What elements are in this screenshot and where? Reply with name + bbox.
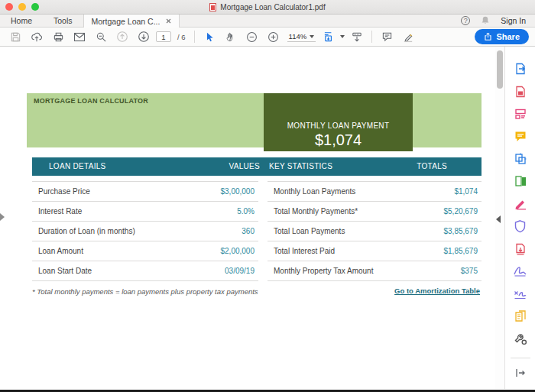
cloud-upload-icon[interactable] <box>28 29 46 44</box>
highlighter-icon[interactable] <box>399 29 417 44</box>
table-row: Duration of Loan (in months) 360 <box>32 222 258 241</box>
calculator-banner: MORTGAGE LOAN CALCULATOR <box>27 93 481 147</box>
share-button-label: Share <box>496 32 520 41</box>
totals-header: TOTALS <box>384 162 447 170</box>
monthly-payment-label: MONTHLY LOAN PAYMENT <box>264 121 413 130</box>
monthly-payment-box: MONTHLY LOAN PAYMENT $1,074 <box>264 93 413 151</box>
page-fit-icon[interactable] <box>320 29 339 44</box>
app-window: Mortgage Loan Calculator1.pdf Home Tools… <box>0 0 535 392</box>
row-value: 03/09/19 <box>225 267 255 275</box>
row-label: Monthly Loan Payments <box>274 187 355 196</box>
table-row: Monthly Loan Payments $1,074 <box>268 182 481 202</box>
sidebar-divider <box>511 358 530 358</box>
page-fit-chevron-icon[interactable] <box>340 35 345 38</box>
next-page-icon[interactable] <box>135 29 153 44</box>
table-row: Loan Amount $2,00,000 <box>32 241 258 261</box>
calculator-title: MORTGAGE LOAN CALCULATOR <box>34 97 148 105</box>
row-value: $5,20,679 <box>444 207 478 215</box>
sidebar-tool-edit-pdf-icon[interactable] <box>509 105 532 122</box>
tab-document-label: Mortgage Loan C... <box>92 17 160 26</box>
row-value: $1,85,679 <box>444 247 478 255</box>
row-label: Purchase Price <box>38 187 90 196</box>
zoom-window-button[interactable] <box>31 3 39 11</box>
sidebar-tool-organize-pages-icon[interactable] <box>509 173 532 190</box>
loan-details-table: Purchase Price $3,00,000 Interest Rate 5… <box>32 181 258 281</box>
sidebar-tool-compress-pdf-icon[interactable] <box>509 241 532 258</box>
row-label: Interest Rate <box>38 207 82 215</box>
email-icon[interactable] <box>70 29 89 44</box>
row-value: $3,85,679 <box>444 227 478 235</box>
tools-sidebar <box>504 47 535 389</box>
close-window-button[interactable] <box>5 3 13 11</box>
row-value: $1,074 <box>454 187 478 196</box>
sign-in-button[interactable]: Sign In <box>501 16 526 25</box>
sidebar-tool-fill-sign-icon[interactable] <box>509 196 532 212</box>
select-tool-icon[interactable] <box>200 29 219 44</box>
values-header: VALUES <box>200 162 260 170</box>
right-panel-collapse-icon[interactable] <box>496 215 501 223</box>
row-label: Duration of Loan (in months) <box>38 227 135 235</box>
help-icon[interactable]: ? <box>461 16 470 25</box>
footnote: * Total monthly payments = loan payments… <box>32 287 258 296</box>
minimize-window-button[interactable] <box>18 3 26 11</box>
bell-icon[interactable] <box>481 15 490 27</box>
titlebar: Mortgage Loan Calculator1.pdf <box>0 0 535 15</box>
comment-icon[interactable] <box>378 29 396 44</box>
zoom-level-dropdown[interactable]: 114% <box>287 31 316 42</box>
zoom-out-icon[interactable] <box>243 29 261 44</box>
table-row: Interest Rate 5.0% <box>32 202 258 222</box>
zoom-level-value: 114% <box>289 32 307 40</box>
open-tools-pane-icon[interactable] <box>509 364 532 381</box>
row-label: Total Monthly Payments* <box>274 207 358 215</box>
amortization-table-link[interactable]: Go to Amortization Table <box>394 287 480 295</box>
tab-tools[interactable]: Tools <box>43 15 83 27</box>
pdf-page: MORTGAGE LOAN CALCULATOR MONTHLY LOAN PA… <box>0 47 495 389</box>
table-row: Monthly Property Tax Amount $375 <box>268 261 481 281</box>
chevron-down-icon <box>310 35 314 38</box>
sidebar-tool-protect-icon[interactable] <box>509 218 532 235</box>
previous-page-icon[interactable] <box>113 29 131 44</box>
sidebar-tool-create-pdf-icon[interactable] <box>509 83 532 99</box>
sidebar-tool-prepare-form-icon[interactable] <box>509 285 532 302</box>
sidebar-tool-more-tools-icon[interactable] <box>509 330 532 347</box>
sidebar-tool-export-pdf-icon[interactable] <box>509 60 532 77</box>
search-icon[interactable] <box>92 29 110 44</box>
row-label: Loan Start Date <box>38 267 92 275</box>
table-row: Total Monthly Payments* $5,20,679 <box>268 202 481 222</box>
table-row: Loan Start Date 03/09/19 <box>32 261 258 281</box>
row-value: 5.0% <box>237 207 255 215</box>
left-panel-expand-icon[interactable] <box>0 213 5 221</box>
sidebar-tool-combine-files-icon[interactable] <box>509 151 532 167</box>
key-statistics-table: Monthly Loan Payments $1,074 Total Month… <box>268 181 481 281</box>
sidebar-tool-stamp-icon[interactable] <box>509 308 532 325</box>
table-row: Total Loan Payments $3,85,679 <box>268 222 481 241</box>
tab-document[interactable]: Mortgage Loan C... <box>83 15 180 28</box>
monthly-payment-value: $1,074 <box>264 131 413 149</box>
sidebar-tool-request-signatures-icon[interactable] <box>509 263 532 280</box>
row-value: $3,00,000 <box>221 187 255 196</box>
document-viewer: MORTGAGE LOAN CALCULATOR MONTHLY LOAN PA… <box>0 47 535 389</box>
hand-tool-icon[interactable] <box>222 29 240 44</box>
fit-width-icon[interactable] <box>348 29 366 44</box>
zoom-in-icon[interactable] <box>264 29 283 44</box>
row-label: Loan Amount <box>38 247 83 255</box>
row-value: 360 <box>242 227 255 235</box>
page-number-input[interactable]: 1 <box>156 31 171 42</box>
table-row: Purchase Price $3,00,000 <box>32 182 258 202</box>
table-row: Total Interest Paid $1,85,679 <box>268 241 481 261</box>
row-value: $2,00,000 <box>221 247 255 255</box>
sidebar-tool-comment-icon[interactable] <box>509 128 532 144</box>
table-header-bar: LOAN DETAILS VALUES KEY STATISTICS TOTAL… <box>32 157 481 176</box>
scrollbar-thumb[interactable] <box>497 50 503 89</box>
row-label: Monthly Property Tax Amount <box>274 267 373 275</box>
key-statistics-header: KEY STATISTICS <box>269 162 332 170</box>
row-label: Total Loan Payments <box>274 227 345 235</box>
share-button[interactable]: Share <box>475 29 529 44</box>
tab-home[interactable]: Home <box>0 15 43 27</box>
tab-bar: Home Tools Mortgage Loan C... ? Sign In <box>0 15 535 28</box>
pdf-file-icon <box>209 3 216 11</box>
close-tab-icon[interactable] <box>166 18 171 24</box>
print-icon[interactable] <box>49 29 67 44</box>
toolbar: 1 / 6 114% <box>0 28 535 47</box>
save-icon[interactable] <box>6 29 24 44</box>
